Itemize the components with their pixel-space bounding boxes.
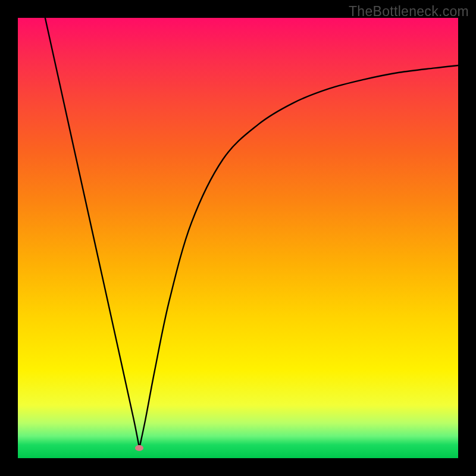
chart-curve (18, 18, 458, 458)
minimum-marker-dot (135, 445, 143, 451)
watermark-text: TheBottleneck.com (349, 4, 469, 20)
curve-path (45, 18, 458, 448)
chart-plot-area (18, 18, 458, 458)
